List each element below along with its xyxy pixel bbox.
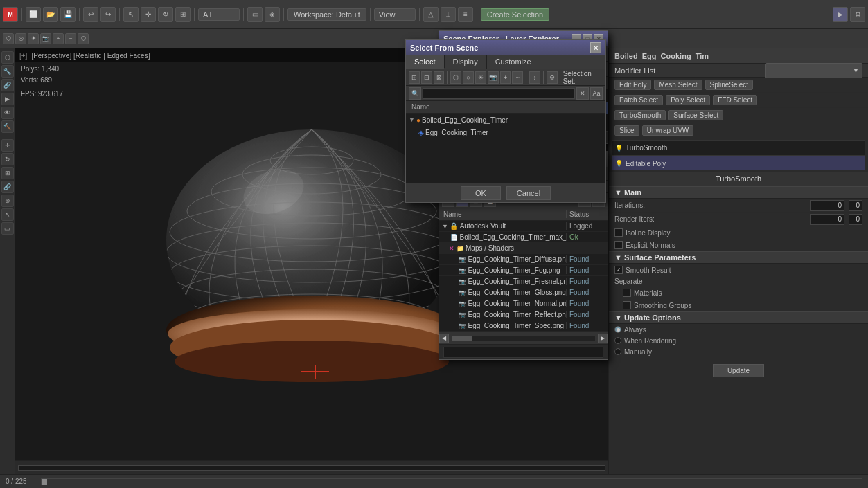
space-warp-btn[interactable]: ~ — [65, 33, 76, 44]
scale-tool[interactable]: ⊞ — [1, 167, 14, 179]
bind-tool[interactable]: ⊛ — [1, 195, 14, 207]
surface-select-btn[interactable]: Surface Select — [668, 110, 723, 120]
select-tool[interactable]: ↖ — [1, 208, 14, 221]
at-row-fog[interactable]: 📷 Egg_Cooking_Timer_Fog.png Found — [439, 265, 608, 276]
dialog-filter-geom[interactable]: ⬡ — [450, 71, 461, 84]
link-tool[interactable]: 🔗 — [1, 181, 14, 193]
redo-btn[interactable]: ↪ — [100, 7, 116, 22]
dialog-close-btn[interactable]: ✕ — [590, 42, 601, 53]
render-btn[interactable]: ▶ — [833, 7, 848, 22]
move-btn[interactable]: ✛ — [141, 7, 156, 22]
at-scroll-left[interactable]: ◀ — [439, 334, 449, 343]
select-btn[interactable]: ↖ — [123, 7, 139, 22]
motion-tab[interactable]: ▶ — [1, 93, 14, 105]
move-tool[interactable]: ✛ — [1, 139, 14, 152]
explicit-normals-checkbox[interactable] — [614, 241, 623, 249]
update-btn[interactable]: Update — [713, 364, 764, 377]
at-row-diffuse[interactable]: 📷 Egg_Cooking_Timer_Diffuse.png Found — [439, 254, 608, 265]
light-btn[interactable]: ☀ — [28, 33, 39, 44]
at-scrollbar[interactable]: ◀ ▶ — [439, 332, 608, 344]
dialog-tab-display[interactable]: Display — [445, 55, 487, 69]
at-row-maxfile[interactable]: 📄 Boiled_Egg_Cooking_Timer_max_vray.max … — [439, 232, 608, 243]
shape-btn[interactable]: ◎ — [15, 33, 26, 44]
mesh-select-btn[interactable]: Mesh Select — [654, 80, 702, 90]
dialog-filter-warp[interactable]: ~ — [512, 71, 523, 84]
modifier-list-dropdown[interactable]: ▼ — [765, 63, 862, 78]
snap-btn[interactable]: △ — [423, 7, 439, 22]
save-btn[interactable]: 💾 — [60, 7, 76, 22]
scale-btn[interactable]: ⊞ — [175, 7, 191, 22]
select-type-btn[interactable]: ◈ — [265, 7, 280, 22]
at-row-fresnel[interactable]: 📷 Egg_Cooking_Timer_Fresnel.png Found — [439, 276, 608, 287]
dialog-search-input[interactable] — [423, 88, 575, 99]
rotate-tool[interactable]: ↻ — [1, 153, 14, 165]
filter-dropdown[interactable]: All — [198, 8, 240, 21]
align-btn[interactable]: ≡ — [458, 7, 473, 22]
dialog-clear-search[interactable]: ✕ — [576, 87, 589, 100]
at-scroll-track[interactable] — [452, 336, 595, 341]
timeline-slider[interactable] — [18, 465, 605, 471]
dialog-cancel-btn[interactable]: Cancel — [506, 186, 551, 200]
display-tab[interactable]: 👁 — [1, 107, 14, 119]
snap2-btn[interactable]: ⟂ — [441, 7, 456, 22]
create-selection-btn[interactable]: Create Selection — [481, 8, 549, 21]
when-rendering-radio[interactable] — [614, 337, 621, 344]
patch-select-btn[interactable]: Patch Select — [614, 95, 663, 105]
at-row-reflect[interactable]: 📷 Egg_Cooking_Timer_Reflect.png Found — [439, 309, 608, 320]
iterations-input[interactable] — [810, 200, 844, 211]
dialog-options-btn[interactable]: ⚙ — [547, 71, 558, 84]
undo-btn[interactable]: ↩ — [83, 7, 98, 22]
app-menu-btn[interactable]: M — [3, 7, 18, 22]
systems-btn[interactable]: ⬡ — [78, 33, 89, 44]
utilities-tab[interactable]: 🔨 — [1, 120, 14, 133]
select-region-btn[interactable]: ▭ — [247, 7, 263, 22]
ffd-select-btn[interactable]: FFD Select — [713, 95, 757, 105]
create-tab[interactable]: ⬡ — [1, 51, 14, 64]
at-row-maps[interactable]: ✕ 📁 Maps / Shaders — [439, 243, 608, 254]
open-btn[interactable]: 📂 — [43, 7, 58, 22]
render-settings-btn[interactable]: ⚙ — [850, 7, 865, 22]
iterations-spin[interactable] — [849, 200, 862, 211]
at-scroll-thumb[interactable] — [452, 336, 472, 341]
tree-item-1[interactable]: ◈ Egg_Cooking_Timer — [406, 126, 605, 138]
smooth-result-checkbox[interactable] — [614, 266, 623, 274]
dialog-filter-cam[interactable]: 📷 — [488, 71, 499, 84]
modify-tab[interactable]: 🔧 — [1, 65, 14, 78]
at-scroll-right[interactable]: ▶ — [598, 334, 608, 343]
helper-btn[interactable]: + — [53, 33, 64, 44]
dialog-tree[interactable]: ▼ ● Boiled_Egg_Cooking_Timer ◈ Egg_Cooki… — [406, 114, 605, 183]
rotate-btn[interactable]: ↻ — [158, 7, 173, 22]
always-radio[interactable] — [614, 326, 621, 333]
render-iters-input[interactable] — [810, 214, 844, 225]
turbosmooth-stack-item[interactable]: 💡 TurboSmooth — [612, 141, 865, 156]
edit-poly-btn[interactable]: Edit Poly — [614, 80, 651, 90]
at-row-vault[interactable]: ▼ 🔒 Autodesk Vault Logged — [439, 221, 608, 232]
by-mat-checkbox[interactable] — [623, 289, 631, 297]
turbosmooth-btn[interactable]: TurboSmooth — [614, 110, 666, 120]
dialog-filter-light[interactable]: ☀ — [475, 71, 486, 84]
geom-btn[interactable]: ⬡ — [3, 33, 14, 44]
slice-btn[interactable]: Slice — [614, 125, 639, 136]
dialog-tab-select[interactable]: Select — [406, 55, 445, 69]
at-tree[interactable]: ▼ 🔒 Autodesk Vault Logged 📄 Boiled_Egg_C… — [439, 221, 608, 332]
render-iters-spin[interactable] — [849, 214, 862, 225]
editpoly-stack-item[interactable]: 💡 Editable Poly — [612, 156, 865, 170]
dialog-ok-btn[interactable]: OK — [461, 186, 501, 200]
frame-slider[interactable] — [41, 478, 862, 485]
view-dropdown[interactable]: View — [374, 8, 416, 21]
spline-select-btn[interactable]: SplineSelect — [705, 80, 754, 90]
dialog-case-btn[interactable]: Aa — [590, 87, 603, 100]
at-row-gloss[interactable]: 📷 Egg_Cooking_Timer_Gloss.png Found — [439, 287, 608, 298]
dialog-all-btn[interactable]: ⊞ — [409, 71, 420, 84]
dialog-none-btn[interactable]: ⊟ — [421, 71, 432, 84]
region-tool[interactable]: ▭ — [1, 222, 14, 235]
dialog-filter-shape[interactable]: ○ — [463, 71, 474, 84]
tree-item-0[interactable]: ▼ ● Boiled_Egg_Cooking_Timer — [406, 114, 605, 126]
at-row-spec[interactable]: 📷 Egg_Cooking_Timer_Spec.png Found — [439, 320, 608, 332]
camera-btn[interactable]: 📷 — [40, 33, 51, 44]
at-row-normal[interactable]: 📷 Egg_Cooking_Timer_Normal.png Found — [439, 298, 608, 309]
by-smooth-checkbox[interactable] — [623, 301, 631, 309]
dialog-sort-btn[interactable]: ↕ — [529, 71, 540, 84]
isoline-checkbox[interactable] — [614, 228, 623, 237]
dialog-filter-helper[interactable]: + — [500, 71, 511, 84]
